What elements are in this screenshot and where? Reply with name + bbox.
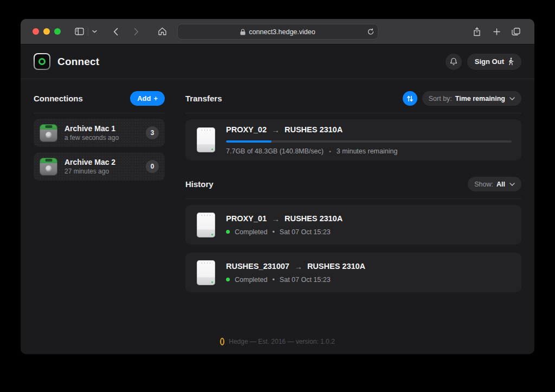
history-row[interactable]: PROXY_01 → RUSHES 2310A Completed • Sat …	[185, 205, 521, 245]
app-header: Connect Sign Out	[21, 44, 534, 79]
transfer-remaining: 3 minutes remaining	[337, 147, 398, 155]
sidebar-icon	[75, 28, 84, 35]
forward-button[interactable]	[128, 24, 144, 38]
connection-last-seen: 27 minutes ago	[64, 168, 115, 175]
history-source: RUSHES_231007	[226, 262, 289, 271]
progress-fill	[226, 140, 272, 143]
history-source: PROXY_01	[226, 214, 267, 223]
hedge-logo-icon	[220, 338, 224, 345]
sidebar-menu-chevron[interactable]	[89, 24, 99, 38]
connection-badge: 3	[146, 126, 159, 139]
history-date: Sat 07 Oct 15:23	[280, 276, 331, 284]
drive-icon	[197, 127, 215, 152]
history-date: Sat 07 Oct 15:23	[280, 228, 331, 236]
sign-out-label: Sign Out	[475, 57, 504, 66]
chevron-down-icon	[509, 97, 515, 100]
history-status: Completed	[235, 276, 267, 284]
connection-badge: 0	[146, 160, 159, 173]
home-icon	[158, 27, 167, 36]
url-text: connect3.hedge.video	[249, 28, 315, 36]
connection-item-archive-mac-1[interactable]: Archive Mac 1 a few seconds ago 3	[34, 119, 165, 147]
connections-panel: Connections Add + Archive Mac 1 a few se…	[34, 91, 165, 330]
connect-logo-icon	[34, 53, 50, 70]
archive-device-icon	[40, 158, 57, 176]
sort-direction-button[interactable]	[403, 91, 417, 106]
tab-overview-button[interactable]	[508, 25, 524, 39]
notifications-button[interactable]	[446, 54, 462, 70]
reload-button[interactable]	[367, 28, 374, 35]
toolbar-separator	[88, 28, 88, 36]
sort-by-dropdown[interactable]: Sort by: Time remaining	[422, 91, 521, 106]
status-dot-icon	[226, 278, 230, 281]
window-controls	[33, 28, 61, 35]
footer-text: Hedge — Est. 2016 — version: 1.0.2	[229, 338, 334, 345]
show-label: Show:	[474, 181, 493, 188]
new-tab-button[interactable]	[489, 25, 504, 39]
sort-arrows-icon	[407, 95, 413, 102]
chevron-down-icon	[509, 183, 515, 186]
sort-by-label: Sort by:	[429, 95, 452, 102]
bullet-separator: •	[272, 228, 274, 236]
bullet-separator: •	[329, 148, 331, 155]
arrow-right-icon: →	[294, 262, 302, 271]
transfers-panel: Transfers Sort by: T	[185, 91, 521, 330]
sidebar-toggle-button[interactable]	[72, 24, 87, 38]
sort-by-value: Time remaining	[455, 95, 505, 102]
transfers-title: Transfers	[185, 94, 222, 103]
drive-icon	[197, 260, 215, 285]
browser-window: connect3.hedge.video	[21, 19, 534, 354]
connection-last-seen: a few seconds ago	[64, 134, 119, 142]
address-bar[interactable]: connect3.hedge.video	[177, 24, 378, 40]
show-filter-dropdown[interactable]: Show: All	[468, 177, 521, 191]
connect-app: Connect Sign Out	[21, 44, 534, 354]
archive-device-icon	[40, 124, 57, 142]
chevron-left-icon	[113, 28, 118, 36]
connection-name: Archive Mac 1	[64, 124, 119, 133]
transfer-row[interactable]: PROXY_02 → RUSHES 2310A 7.7GB of 48.3GB …	[185, 119, 521, 160]
plus-icon	[493, 28, 500, 35]
add-label: Add	[137, 94, 151, 102]
arrow-right-icon: →	[272, 214, 280, 223]
progress-bar	[226, 140, 512, 143]
connections-title: Connections	[34, 94, 83, 103]
connection-item-archive-mac-2[interactable]: Archive Mac 2 27 minutes ago 0	[34, 152, 165, 181]
share-button[interactable]	[469, 25, 485, 39]
arrow-right-icon: →	[272, 125, 280, 134]
plus-icon: +	[153, 94, 158, 102]
transfer-destination: RUSHES 2310A	[285, 125, 343, 134]
chevron-down-icon	[92, 30, 97, 33]
app-footer: Hedge — Est. 2016 — version: 1.0.2	[21, 330, 534, 354]
history-destination: RUSHES 2310A	[285, 214, 343, 223]
browser-toolbar: connect3.hedge.video	[21, 19, 534, 44]
lock-icon	[240, 29, 246, 35]
share-icon	[473, 27, 481, 36]
transfer-source: PROXY_02	[226, 125, 267, 134]
walking-person-icon	[508, 57, 514, 66]
bell-icon	[450, 57, 457, 66]
zoom-window-button[interactable]	[54, 28, 61, 35]
close-window-button[interactable]	[33, 28, 39, 35]
drive-icon	[197, 213, 215, 237]
sign-out-button[interactable]: Sign Out	[467, 54, 521, 70]
bullet-separator: •	[272, 276, 274, 284]
back-button[interactable]	[108, 24, 123, 38]
history-destination: RUSHES 2310A	[307, 262, 365, 271]
connection-name: Archive Mac 2	[64, 158, 115, 166]
status-dot-icon	[226, 230, 230, 234]
tabs-icon	[512, 28, 520, 36]
add-connection-button[interactable]: Add +	[130, 91, 165, 106]
history-status: Completed	[235, 228, 267, 236]
home-button[interactable]	[154, 24, 170, 38]
history-title: History	[185, 179, 214, 189]
chevron-right-icon	[134, 28, 139, 36]
transfer-stats: 7.7GB of 48.3GB (140.8MB/sec)	[226, 147, 324, 155]
history-row[interactable]: RUSHES_231007 → RUSHES 2310A Completed •…	[185, 253, 521, 292]
minimize-window-button[interactable]	[43, 28, 50, 35]
app-title: Connect	[57, 56, 99, 68]
show-value: All	[496, 181, 505, 188]
